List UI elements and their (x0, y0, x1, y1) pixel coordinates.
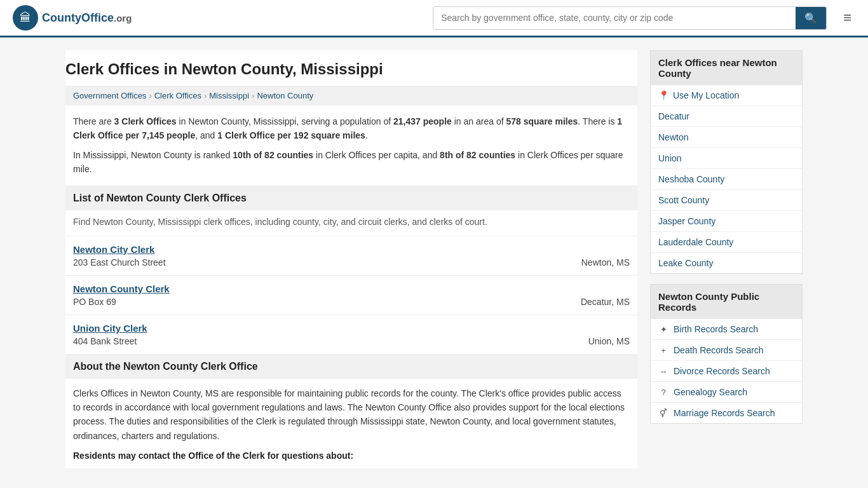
nearby-link-item-scott: Scott County (651, 190, 802, 211)
intro-block: There are 3 Clerk Offices in Newton Coun… (65, 105, 637, 186)
nearby-panel: Clerk Offices near Newton County 📍 Use M… (650, 50, 803, 274)
office-row-union-city: 404 Bank Street Union, MS (73, 336, 630, 346)
nearby-panel-title: Clerk Offices near Newton County (651, 51, 802, 85)
search-bar: 🔍 (433, 6, 827, 30)
nearby-link-item-union: Union (651, 148, 802, 169)
office-name-newton-city[interactable]: Newton City Clerk (73, 244, 630, 255)
birth-label: Birth Records Search (674, 324, 758, 334)
breadcrumb-sep-1: › (149, 91, 151, 100)
record-link-marriage[interactable]: ⚥ Marriage Records Search (651, 403, 802, 423)
logo-text: CountyOffice.org (42, 11, 132, 25)
office-name-newton-county[interactable]: Newton County Clerk (73, 283, 630, 294)
office-row-newton-county: PO Box 69 Decatur, MS (73, 297, 630, 307)
main-content: Clerk Offices in Newton County, Mississi… (65, 50, 637, 468)
marriage-icon: ⚥ (658, 409, 668, 418)
use-location-label: Use My Location (673, 90, 739, 100)
birth-icon: ✦ (658, 325, 668, 334)
search-input[interactable] (433, 8, 796, 28)
record-links-list: ✦ Birth Records Search + Death Records S… (651, 319, 802, 423)
office-item-newton-county: Newton County Clerk PO Box 69 Decatur, M… (65, 276, 637, 315)
nearby-link-item-lauderdale: Lauderdale County (651, 232, 802, 253)
death-icon: + (658, 346, 668, 355)
genealogy-label: Genealogy Search (674, 387, 747, 397)
nearby-link-neshoba[interactable]: Neshoba County (651, 169, 802, 189)
record-link-item-divorce: ↔ Divorce Records Search (651, 361, 802, 382)
office-city-newton-county: Decatur, MS (581, 297, 630, 307)
nearby-link-newton[interactable]: Newton (651, 127, 802, 147)
nearby-links-list: Decatur Newton Union Neshoba County Scot… (651, 106, 802, 273)
rank-capita: 10th of 82 counties (233, 150, 313, 160)
divorce-icon: ↔ (658, 367, 668, 376)
office-address-newton-city: 203 East Church Street (73, 257, 166, 268)
divorce-label: Divorce Records Search (674, 366, 770, 376)
record-link-item-birth: ✦ Birth Records Search (651, 319, 802, 340)
about-heading: About the Newton County Clerk Office (65, 355, 637, 379)
nearby-link-item-leake: Leake County (651, 253, 802, 273)
nearby-link-item-newton: Newton (651, 127, 802, 148)
nearby-link-jasper[interactable]: Jasper County (651, 211, 802, 231)
record-link-divorce[interactable]: ↔ Divorce Records Search (651, 361, 802, 381)
breadcrumb-sep-3: › (252, 91, 254, 100)
breadcrumb: Government Offices › Clerk Offices › Mis… (65, 86, 637, 105)
page-title: Clerk Offices in Newton County, Mississi… (65, 50, 637, 86)
office-address-union-city: 404 Bank Street (73, 336, 137, 346)
record-link-item-genealogy: ? Genealogy Search (651, 382, 802, 403)
intro-text-1: There are 3 Clerk Offices in Newton Coun… (73, 114, 630, 143)
sidebar: Clerk Offices near Newton County 📍 Use M… (650, 50, 803, 468)
record-link-birth[interactable]: ✦ Birth Records Search (651, 319, 802, 339)
record-link-death[interactable]: + Death Records Search (651, 340, 802, 360)
logo-icon: 🏛 (13, 5, 38, 30)
office-item-union-city: Union City Clerk 404 Bank Street Union, … (65, 315, 637, 355)
nearby-link-item-decatur: Decatur (651, 106, 802, 127)
breadcrumb-link-clerk[interactable]: Clerk Offices (154, 91, 201, 100)
office-city-union-city: Union, MS (588, 336, 630, 346)
page-container: Clerk Offices in Newton County, Mississi… (53, 37, 815, 481)
search-button[interactable]: 🔍 (796, 7, 826, 29)
residents-heading: Residents may contact the Office of the … (65, 451, 637, 468)
office-address-newton-county: PO Box 69 (73, 297, 116, 307)
nearby-link-lauderdale[interactable]: Lauderdale County (651, 232, 802, 252)
record-link-genealogy[interactable]: ? Genealogy Search (651, 382, 802, 402)
record-link-item-marriage: ⚥ Marriage Records Search (651, 403, 802, 423)
office-name-union-city[interactable]: Union City Clerk (73, 323, 630, 334)
pin-icon: 📍 (658, 90, 669, 100)
death-label: Death Records Search (674, 345, 764, 355)
record-link-item-death: + Death Records Search (651, 340, 802, 361)
list-section-desc: Find Newton County, Mississippi clerk of… (65, 210, 637, 236)
office-city-newton-city: Newton, MS (581, 257, 630, 268)
site-logo[interactable]: 🏛 CountyOffice.org (13, 5, 132, 30)
breadcrumb-link-gov[interactable]: Government Offices (73, 91, 146, 100)
nearby-link-scott[interactable]: Scott County (651, 190, 802, 210)
nearby-link-leake[interactable]: Leake County (651, 253, 802, 273)
about-section: About the Newton County Clerk Office Cle… (65, 355, 637, 469)
population: 21,437 people (393, 116, 452, 126)
per-sqmile: 1 Clerk Office per 192 square miles (217, 130, 365, 140)
about-text: Clerks Offices in Newton County, MS are … (65, 379, 637, 451)
breadcrumb-link-newton[interactable]: Newton County (257, 91, 313, 100)
nearby-link-decatur[interactable]: Decatur (651, 106, 802, 126)
genealogy-icon: ? (658, 388, 668, 397)
area: 578 square miles (506, 116, 578, 126)
use-location-link[interactable]: 📍 Use My Location (651, 85, 802, 106)
list-section-heading: List of Newton County Clerk Offices (65, 186, 637, 210)
clerk-count: 3 Clerk Offices (114, 116, 177, 126)
breadcrumb-link-ms[interactable]: Mississippi (209, 91, 249, 100)
nearby-link-item-neshoba: Neshoba County (651, 169, 802, 190)
marriage-label: Marriage Records Search (674, 408, 775, 418)
office-item-newton-city: Newton City Clerk 203 East Church Street… (65, 236, 637, 276)
public-records-panel: Newton County Public Records ✦ Birth Rec… (650, 284, 803, 424)
site-header: 🏛 CountyOffice.org 🔍 ≡ (0, 0, 868, 37)
breadcrumb-sep-2: › (204, 91, 207, 100)
intro-text-2: In Mississippi, Newton County is ranked … (73, 148, 630, 177)
nearby-link-item-jasper: Jasper County (651, 211, 802, 232)
public-records-title: Newton County Public Records (651, 285, 802, 319)
hamburger-menu-button[interactable]: ≡ (839, 10, 855, 26)
rank-sqmile: 8th of 82 counties (440, 150, 515, 160)
office-row-newton-city: 203 East Church Street Newton, MS (73, 257, 630, 268)
nearby-link-union[interactable]: Union (651, 148, 802, 168)
